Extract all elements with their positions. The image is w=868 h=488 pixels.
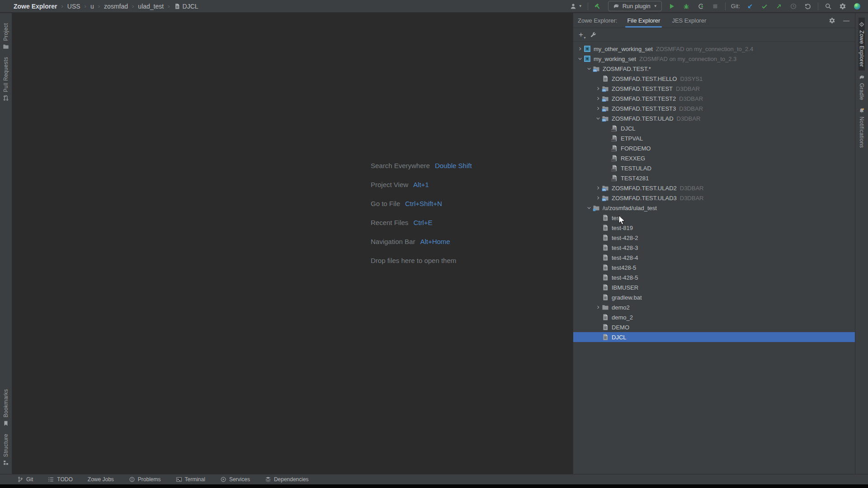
status-bar-item-todo[interactable]: TODO [48,476,72,483]
stripe-item-structure[interactable]: Structure [0,430,12,469]
tree-node-secondary-label: D3DBAR [680,185,704,192]
chevron-right-icon[interactable] [576,46,584,52]
build-button[interactable] [594,2,603,11]
tree-row-zosmfad-test-hello[interactable]: ZOSMFAD.TEST.HELLOD3SYS1 [573,74,855,84]
chevron-right-icon[interactable] [594,96,602,101]
chevron-right-icon[interactable] [594,305,602,310]
tree-row-etpval[interactable]: MEMETPVAL [573,133,855,143]
dataset-pds-icon: DS [602,115,609,122]
coverage-button[interactable] [696,2,705,11]
tree-row-zosmfad-test-test2[interactable]: DSZOSMFAD.TEST.TEST2D3DBAR [573,94,855,103]
tree-row-test-428-5[interactable]: test-428-5 [573,272,855,282]
stripe-item-project[interactable]: Project [3,19,9,53]
tree-row-zosmfad-test[interactable]: DSZOSMFAD.TEST.* [573,64,855,74]
chevron-right-icon[interactable] [594,106,602,111]
tree-row-testulad[interactable]: MEMTESTULAD [573,163,855,173]
tab-file-explorer[interactable]: File Explorer [627,13,660,28]
stripe-item-gradle[interactable]: Gradle [859,70,865,104]
git-push-button[interactable] [774,2,783,11]
tree-node-label: ZOSMFAD.TEST.ULAD2 [612,185,677,192]
stripe-item-pull-requests[interactable]: Pull Requests [3,53,9,105]
member-icon: MEM [611,174,618,182]
tree-row-zosmfad-test-test3[interactable]: DSZOSMFAD.TEST.TEST3D3DBAR [573,103,855,113]
tree-row-test-428-2[interactable]: test-428-2 [573,233,855,243]
search-everywhere-button[interactable] [824,2,833,11]
left-tool-window-stripe: ProjectPull Requests BookmarksStructure [0,13,12,474]
chevron-right-icon[interactable] [594,195,602,201]
breadcrumb-item-djcl[interactable]: DJCL [174,3,198,10]
git-history-button[interactable] [789,2,798,11]
user-menu-button[interactable]: ▼ [569,2,582,11]
status-bar-item-git[interactable]: Git [17,476,33,483]
chevron-right-icon[interactable] [594,185,602,191]
tree-row-test-428-4[interactable]: test-428-4 [573,253,855,263]
undo-icon [804,3,811,10]
stripe-item-bookmarks[interactable]: Bookmarks [0,385,12,430]
stripe-item-notifications[interactable]: Notifications [859,104,865,151]
tree-row-test-819[interactable]: test-819 [573,223,855,233]
file-icon [602,234,609,241]
member-icon: MEM [611,145,618,152]
tab-jes-explorer[interactable]: JES Explorer [672,13,706,28]
tree-row-test-428-3[interactable]: test-428-3 [573,243,855,253]
tree-row-test4281[interactable]: MEMTEST4281 [573,173,855,183]
hammer-icon [594,3,602,10]
breadcrumb-item-u[interactable]: u [90,3,94,10]
tree-row-rexxeg[interactable]: MEMREXXEG [573,153,855,163]
status-bar-item-services[interactable]: Services [220,476,250,483]
breadcrumb-item-zosmfad[interactable]: zosmfad [104,3,128,10]
profile-sphere-button[interactable] [853,2,862,11]
tree-row-fordemo[interactable]: MEMFORDEMO [573,143,855,153]
git-commit-button[interactable] [760,2,769,11]
status-bar-item-problems[interactable]: Problems [129,476,161,483]
chevron-down-icon[interactable] [585,205,593,211]
add-button[interactable]: +▼ [579,31,583,38]
chevron-down-icon: ▼ [583,36,586,39]
run-button[interactable] [667,2,676,11]
tree-row-djcl[interactable]: DJCL [573,332,855,342]
tree-row-zosmfad-test-ulad[interactable]: DSZOSMFAD.TEST.ULADD3DBAR [573,113,855,123]
file-icon [602,274,609,281]
chevron-down-icon[interactable] [594,116,602,121]
tree-row-zosmfad-test-ulad3[interactable]: DSZOSMFAD.TEST.ULAD3D3DBAR [573,193,855,203]
tree-node-label: FORDEMO [621,145,651,152]
tree-row-demo[interactable]: DEMO [573,322,855,332]
dataset-pds-icon: DS [602,85,609,92]
status-bar-item-zowe-jobs[interactable]: Zowe Jobs [88,476,114,483]
breadcrumb-item-ulad-test[interactable]: ulad_test [138,3,164,10]
config-wrench-button[interactable] [590,31,597,38]
debug-button[interactable] [682,2,691,11]
tree-row-zosmfad-test-ulad2[interactable]: DSZOSMFAD.TEST.ULAD2D3DBAR [573,183,855,193]
chevron-right-icon[interactable] [594,86,602,91]
breadcrumb-label: Zowe Explorer [14,3,57,10]
chevron-down-icon[interactable] [585,66,593,71]
tree-row-test[interactable]: test [573,213,855,223]
stripe-item-zowe-explorer[interactable]: ZZowe Explorer [859,18,865,70]
tree-row-my-other-working-set[interactable]: my_other_working_setZOSMFAD on my_connec… [573,44,855,54]
tool-window-minimize-button[interactable]: — [842,16,850,24]
breadcrumb-item-zowe-explorer[interactable]: Zowe Explorer [14,3,57,10]
tree-row-test428-5[interactable]: test428-5 [573,263,855,272]
tree-row-ibmuser[interactable]: IBMUSER [573,282,855,292]
tree-row-zosmfad-test-test[interactable]: DSZOSMFAD.TEST.TESTD3DBAR [573,84,855,94]
stop-button[interactable] [711,2,720,11]
breadcrumb-item-uss[interactable]: USS [67,3,80,10]
tree-node-label: /u/zosmfad/ulad_test [603,205,657,211]
tool-window-settings-button[interactable] [828,16,836,24]
tree-row-gradlew-bat[interactable]: gradlew.bat [573,292,855,302]
tool-window-toolbar: +▼ [573,28,855,42]
breadcrumb-separator: › [168,3,170,9]
breadcrumb-separator: › [98,3,100,9]
chevron-down-icon[interactable] [576,56,584,61]
status-bar-item-terminal[interactable]: Terminal [176,476,205,483]
tree-row-my-working-set[interactable]: my_working_setZOSMFAD on my_connection_t… [573,54,855,64]
tree-row-u-zosmfad-ulad-test[interactable]: /u/zosmfad/ulad_test [573,203,855,213]
git-rollback-button[interactable] [803,2,812,11]
tree-row-djcl[interactable]: MEMDJCL [573,123,855,133]
git-update-button[interactable] [745,2,755,11]
status-bar-item-dependencies[interactable]: Dependencies [265,476,309,483]
tree-row-demo-2[interactable]: demo_2 [573,312,855,322]
run-configuration-select[interactable]: Run plugin ▼ [608,1,662,11]
tree-row-demo2[interactable]: demo2 [573,302,855,312]
settings-button[interactable] [838,2,847,11]
